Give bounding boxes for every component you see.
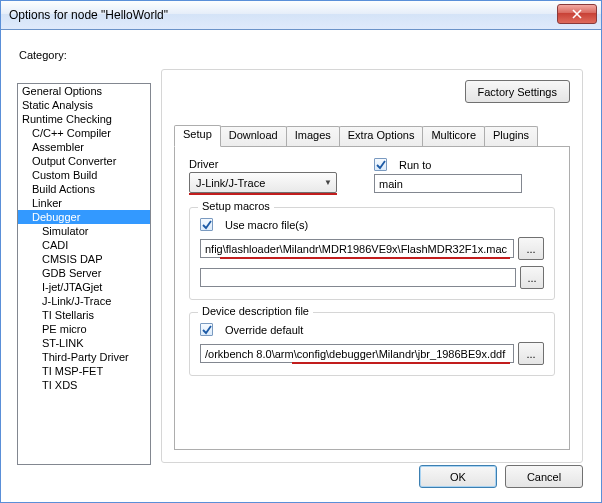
tab-setup[interactable]: Setup	[174, 125, 221, 147]
dialog-footer: OK Cancel	[419, 465, 583, 488]
ddf-group: Device description file Override default…	[189, 312, 555, 376]
runto-row: Run to	[374, 158, 522, 171]
tab-strip: SetupDownloadImagesExtra OptionsMulticor…	[174, 126, 570, 147]
category-item[interactable]: Static Analysis	[18, 98, 150, 112]
category-item[interactable]: PE micro	[18, 322, 150, 336]
category-item[interactable]: ST-LINK	[18, 336, 150, 350]
close-button[interactable]	[557, 4, 597, 24]
chevron-down-icon: ▼	[324, 178, 332, 187]
dialog-window: Options for node "HelloWorld" Category: …	[0, 0, 602, 503]
category-item[interactable]: Simulator	[18, 224, 150, 238]
runto-label: Run to	[399, 159, 431, 171]
category-label: Category:	[19, 49, 585, 61]
ddf-file-input[interactable]	[200, 344, 514, 363]
setup-macros-group: Setup macros Use macro file(s) ...	[189, 207, 555, 300]
category-item[interactable]: Linker	[18, 196, 150, 210]
category-item[interactable]: J-Link/J-Trace	[18, 294, 150, 308]
use-macro-row: Use macro file(s)	[200, 218, 544, 231]
setup-macros-legend: Setup macros	[198, 200, 274, 212]
category-item[interactable]: Output Converter	[18, 154, 150, 168]
macro-file2-row: ...	[200, 266, 544, 289]
check-icon	[202, 220, 212, 230]
ddf-legend: Device description file	[198, 305, 313, 317]
category-item[interactable]: Assembler	[18, 140, 150, 154]
runto-block: Run to	[374, 158, 522, 193]
override-row: Override default	[200, 323, 544, 336]
category-item[interactable]: Third-Party Driver	[18, 350, 150, 364]
ok-button[interactable]: OK	[419, 465, 497, 488]
tab-plugins[interactable]: Plugins	[484, 126, 538, 146]
tab-setup-panel: Driver J-Link/J-Trace ▼ Run to	[174, 146, 570, 450]
driver-label: Driver	[189, 158, 337, 170]
category-list[interactable]: General OptionsStatic AnalysisRuntime Ch…	[17, 83, 151, 465]
override-label: Override default	[225, 324, 303, 336]
runto-input[interactable]	[374, 174, 522, 193]
dialog-body: Category: General OptionsStatic Analysis…	[1, 29, 601, 502]
macro-file2-input[interactable]	[200, 268, 516, 287]
driver-select[interactable]: J-Link/J-Trace ▼	[189, 172, 337, 193]
use-macro-label: Use macro file(s)	[225, 219, 308, 231]
category-item[interactable]: TI Stellaris	[18, 308, 150, 322]
category-item[interactable]: Custom Build	[18, 168, 150, 182]
macro-file1-input[interactable]	[200, 239, 514, 258]
category-item[interactable]: C/C++ Compiler	[18, 126, 150, 140]
highlight-underline	[220, 257, 510, 259]
tab-download[interactable]: Download	[220, 126, 287, 146]
category-item[interactable]: GDB Server	[18, 266, 150, 280]
category-item[interactable]: Build Actions	[18, 182, 150, 196]
cancel-button[interactable]: Cancel	[505, 465, 583, 488]
category-item[interactable]: General Options	[18, 84, 150, 98]
use-macro-checkbox[interactable]	[200, 218, 213, 231]
highlight-underline	[189, 193, 337, 195]
options-panel: Factory Settings SetupDownloadImagesExtr…	[161, 69, 583, 463]
macro-file2-browse-button[interactable]: ...	[520, 266, 544, 289]
macro-file1-browse-button[interactable]: ...	[518, 237, 544, 260]
driver-block: Driver J-Link/J-Trace ▼	[189, 158, 337, 195]
check-icon	[202, 325, 212, 335]
category-item[interactable]: I-jet/JTAGjet	[18, 280, 150, 294]
check-icon	[376, 160, 386, 170]
category-item[interactable]: TI MSP-FET	[18, 364, 150, 378]
ddf-file-row: ...	[200, 342, 544, 365]
close-icon	[572, 9, 582, 19]
window-title: Options for node "HelloWorld"	[9, 8, 168, 22]
category-item[interactable]: Runtime Checking	[18, 112, 150, 126]
ddf-browse-button[interactable]: ...	[518, 342, 544, 365]
factory-settings-button[interactable]: Factory Settings	[465, 80, 570, 103]
category-item[interactable]: CADI	[18, 238, 150, 252]
category-item[interactable]: CMSIS DAP	[18, 252, 150, 266]
tab-multicore[interactable]: Multicore	[422, 126, 485, 146]
driver-value: J-Link/J-Trace	[196, 177, 265, 189]
highlight-underline	[292, 362, 510, 364]
macro-file1-row: ...	[200, 237, 544, 260]
category-item[interactable]: Debugger	[18, 210, 150, 224]
tab-images[interactable]: Images	[286, 126, 340, 146]
runto-checkbox[interactable]	[374, 158, 387, 171]
category-item[interactable]: TI XDS	[18, 378, 150, 392]
override-checkbox[interactable]	[200, 323, 213, 336]
tab-extra-options[interactable]: Extra Options	[339, 126, 424, 146]
titlebar: Options for node "HelloWorld"	[1, 1, 601, 30]
